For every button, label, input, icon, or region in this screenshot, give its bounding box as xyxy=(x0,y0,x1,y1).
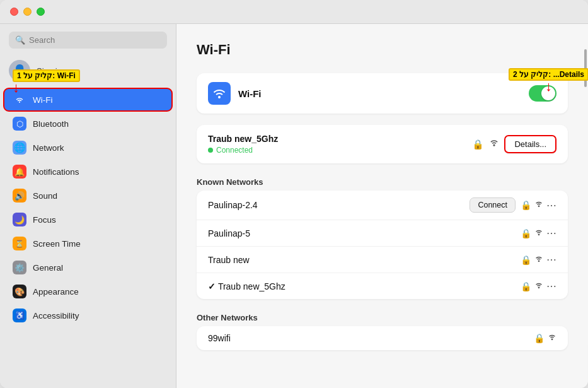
signal-icon-traub5ghz xyxy=(534,281,543,291)
more-icon-traubnew[interactable]: ⋯ xyxy=(546,254,556,266)
lock-icon-paulinap24: 🔒 xyxy=(521,200,531,210)
lock-icon-paulinap5: 🔒 xyxy=(521,228,531,238)
details-button[interactable]: Details... xyxy=(504,135,556,153)
connected-status: Connected xyxy=(216,146,253,155)
sidebar-item-appearance[interactable]: 🎨 Appearance xyxy=(4,280,172,303)
sidebar-item-bluetooth-label: Bluetooth xyxy=(33,119,69,129)
sidebar-item-sound[interactable]: 🔊 Sound xyxy=(4,184,172,207)
sidebar-item-notifications-label: Notifications xyxy=(33,167,79,177)
step1-arrow: ↓ xyxy=(13,81,20,95)
sidebar-item-appearance-label: Appearance xyxy=(33,287,79,297)
network-icon: 🌐 xyxy=(13,141,26,155)
other-networks-title: Other Networks xyxy=(197,313,568,322)
signal-icon-paulinap5 xyxy=(534,228,543,238)
bluetooth-icon: ⬡ xyxy=(13,117,26,131)
network-row-99wifi: 99wifi 🔒 xyxy=(197,326,568,350)
network-name-99wifi: 99wifi xyxy=(208,333,529,343)
sidebar-item-general-label: General xyxy=(33,263,63,273)
page-title: Wi-Fi xyxy=(197,42,568,58)
sidebar-item-wifi-label: Wi-Fi xyxy=(33,95,52,105)
lock-icon-traubnew: 🔒 xyxy=(521,255,531,265)
appearance-icon: 🎨 xyxy=(13,285,26,298)
network-name-traubnew: Traub new xyxy=(208,255,516,265)
titlebar xyxy=(0,0,588,24)
sidebar-item-general[interactable]: ⚙️ General xyxy=(4,256,172,279)
sidebar-item-accessibility-label: Accessibility xyxy=(33,311,79,320)
close-button[interactable] xyxy=(10,8,18,16)
signal-icon-99wifi xyxy=(548,333,556,343)
signal-icon-traubnew xyxy=(534,255,543,265)
step2-arrow: ↓ xyxy=(545,79,552,93)
lock-icon-99wifi: 🔒 xyxy=(534,333,545,343)
sidebar-item-screentime[interactable]: ⏳ Screen Time xyxy=(4,232,172,255)
screentime-icon: ⏳ xyxy=(13,237,26,250)
sidebar: 🔍 👤 Sign in 1 קליק על: Wi-Fi ↓ xyxy=(0,24,176,388)
minimize-button[interactable] xyxy=(23,8,32,16)
sidebar-item-focus-label: Focus xyxy=(33,215,56,225)
search-icon: 🔍 xyxy=(15,35,25,45)
maximize-button[interactable] xyxy=(37,8,45,16)
wifi-header-label: Wi-Fi xyxy=(238,88,521,99)
step2-annotation: 2 קליק על: ...Details xyxy=(509,68,588,81)
wifi-large-icon xyxy=(208,82,231,105)
sidebar-item-screentime-label: Screen Time xyxy=(33,239,81,249)
signal-icon xyxy=(489,139,499,150)
search-input[interactable] xyxy=(29,35,161,45)
more-icon-paulinap5[interactable]: ⋯ xyxy=(546,227,556,239)
accessibility-icon: ♿ xyxy=(13,309,26,322)
search-bar[interactable]: 🔍 xyxy=(9,32,167,49)
sidebar-item-network[interactable]: 🌐 Network xyxy=(4,136,172,159)
network-name-traub5ghz: Traub new_5Ghz xyxy=(208,281,516,291)
connected-network-name: Traub new_5Ghz xyxy=(208,134,472,144)
notifications-icon: 🔔 xyxy=(13,165,26,179)
row-icons-traub5ghz: 🔒 ⋯ xyxy=(521,280,556,292)
network-row-traub5ghz: Traub new_5Ghz 🔒 ⋯ xyxy=(197,273,568,299)
sidebar-item-accessibility[interactable]: ♿ Accessibility xyxy=(4,304,172,327)
more-icon-paulinap24[interactable]: ⋯ xyxy=(546,199,556,211)
lock-icon-traub5ghz: 🔒 xyxy=(521,281,531,291)
network-name-paulinap24: Paulinap-2.4 xyxy=(208,200,464,210)
sound-icon: 🔊 xyxy=(13,189,26,203)
sidebar-item-bluetooth[interactable]: ⬡ Bluetooth xyxy=(4,112,172,135)
focus-icon: 🌙 xyxy=(13,213,26,226)
row-icons-paulinap24: 🔒 ⋯ xyxy=(521,199,556,211)
network-row-paulinap5: Paulinap-5 🔒 ⋯ xyxy=(197,220,568,247)
main-content: Wi-Fi Wi-Fi 2 קליק על: ...Details ↓ xyxy=(176,24,588,388)
lock-icon: 🔒 xyxy=(472,139,484,150)
wifi-header-card: Wi-Fi 2 קליק על: ...Details ↓ xyxy=(197,73,568,114)
connected-network-icons: 🔒 xyxy=(472,139,499,150)
row-icons-99wifi: 🔒 xyxy=(534,333,556,343)
network-row-paulinap24: Paulinap-2.4 Connect 🔒 ⋯ xyxy=(197,191,568,220)
network-row-traubnew: Traub new 🔒 ⋯ xyxy=(197,247,568,273)
sidebar-item-notifications[interactable]: 🔔 Notifications xyxy=(4,160,172,183)
row-icons-paulinap5: 🔒 ⋯ xyxy=(521,227,556,239)
known-networks-list: Paulinap-2.4 Connect 🔒 ⋯ Paulinap xyxy=(197,191,568,299)
sidebar-item-sound-label: Sound xyxy=(33,191,57,201)
signal-icon-paulinap24 xyxy=(534,200,543,210)
network-name-paulinap5: Paulinap-5 xyxy=(208,228,516,238)
known-networks-title: Known Networks xyxy=(197,177,568,187)
connected-badge: Connected xyxy=(208,146,472,155)
connected-dot xyxy=(208,148,213,153)
connected-network-info: Traub new_5Ghz Connected xyxy=(208,134,472,155)
row-icons-traubnew: 🔒 ⋯ xyxy=(521,254,556,266)
more-icon-traub5ghz[interactable]: ⋯ xyxy=(546,280,556,292)
connect-button-paulinap24[interactable]: Connect xyxy=(470,197,516,213)
step1-annotation: 1 קליק על: Wi-Fi xyxy=(13,69,80,82)
sidebar-item-network-label: Network xyxy=(33,143,64,153)
other-networks-list: 99wifi 🔒 xyxy=(197,326,568,350)
general-icon: ⚙️ xyxy=(13,261,26,274)
sidebar-item-focus[interactable]: 🌙 Focus xyxy=(4,208,172,231)
connected-network-card: Traub new_5Ghz Connected 🔒 Detail xyxy=(197,125,568,163)
details-btn-container: Details... xyxy=(499,135,556,153)
